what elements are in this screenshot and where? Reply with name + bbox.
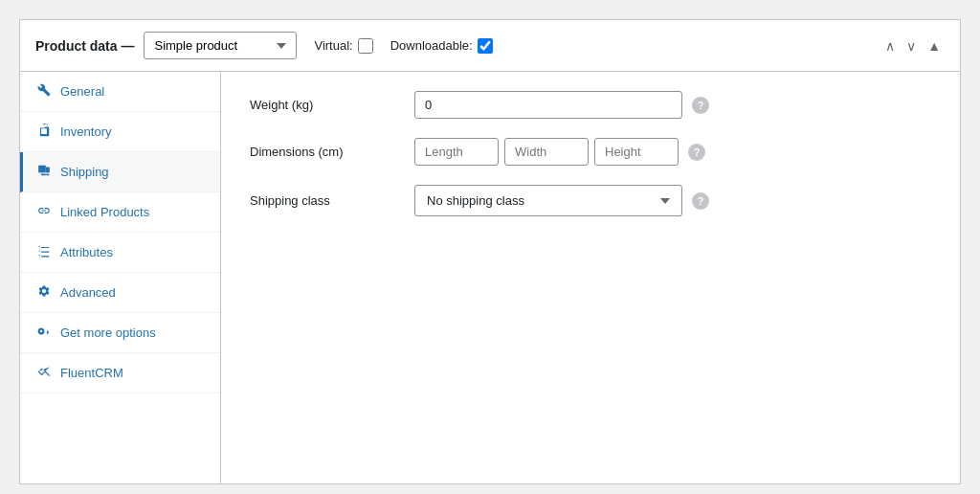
shipping-label: Shipping (60, 165, 109, 179)
weight-field: ? (414, 91, 709, 119)
svg-marker-1 (41, 174, 46, 176)
inventory-label: Inventory (60, 124, 111, 139)
height-input[interactable] (594, 138, 679, 166)
virtual-checkbox[interactable] (358, 38, 373, 54)
weight-input[interactable] (414, 91, 682, 119)
fluentcrm-label: FluentCRM (60, 366, 123, 380)
svg-rect-0 (38, 166, 46, 173)
svg-rect-3 (46, 168, 50, 173)
dimensions-field: ? (414, 138, 705, 166)
length-input[interactable] (414, 138, 499, 166)
dimensions-help-icon[interactable]: ? (688, 144, 705, 161)
weight-label: Weight (kg) (250, 98, 403, 112)
attributes-icon (35, 244, 53, 260)
checkbox-group: Virtual: Downloadable: (314, 38, 492, 54)
sidebar-item-advanced[interactable]: Advanced (20, 273, 220, 313)
linked-products-label: Linked Products (60, 205, 149, 219)
get-more-options-label: Get more options (60, 326, 156, 340)
arrow-expand-button[interactable]: ▲ (924, 35, 945, 56)
arrow-down-button[interactable]: ∨ (902, 35, 920, 56)
arrow-up-button[interactable]: ∧ (881, 35, 899, 56)
product-data-header: Product data — Simple product Virtual: D… (20, 20, 960, 72)
general-label: General (60, 84, 104, 99)
header-arrows: ∧ ∨ ▲ (881, 35, 945, 56)
sidebar-item-linked-products[interactable]: Linked Products (20, 192, 220, 233)
product-type-select[interactable]: Simple product (144, 32, 297, 59)
fluentcrm-icon (35, 365, 53, 381)
downloadable-label: Downloadable: (390, 38, 493, 54)
link-icon (35, 204, 53, 220)
shipping-class-row: Shipping class No shipping class ? (250, 185, 931, 216)
product-data-body: General Inventory Shipping Linked Produc… (20, 72, 960, 483)
dimension-inputs (414, 138, 679, 166)
svg-marker-2 (46, 174, 50, 176)
width-input[interactable] (504, 138, 589, 166)
get-more-icon (35, 325, 53, 341)
sidebar-item-get-more-options[interactable]: Get more options (20, 313, 220, 353)
advanced-icon (35, 284, 53, 301)
shipping-class-help-icon[interactable]: ? (692, 192, 709, 210)
inventory-icon (35, 124, 53, 140)
advanced-label: Advanced (60, 285, 116, 300)
wrench-icon (35, 83, 53, 100)
weight-row: Weight (kg) ? (250, 91, 931, 119)
sidebar-item-inventory[interactable]: Inventory (20, 112, 220, 152)
shipping-content: Weight (kg) ? Dimensions (cm) ? (221, 72, 960, 483)
sidebar-item-attributes[interactable]: Attributes (20, 233, 220, 273)
dimensions-label: Dimensions (cm) (250, 145, 403, 159)
dimensions-row: Dimensions (cm) ? (250, 138, 931, 166)
shipping-class-label: Shipping class (250, 193, 403, 208)
product-data-box: Product data — Simple product Virtual: D… (19, 19, 961, 484)
shipping-class-field: No shipping class ? (414, 185, 709, 216)
shipping-class-select[interactable]: No shipping class (414, 185, 682, 216)
sidebar-item-general[interactable]: General (20, 72, 220, 112)
sidebar: General Inventory Shipping Linked Produc… (20, 72, 221, 483)
weight-help-icon[interactable]: ? (692, 97, 709, 114)
sidebar-item-shipping[interactable]: Shipping (20, 152, 220, 192)
attributes-label: Attributes (60, 245, 113, 259)
virtual-label: Virtual: (314, 38, 372, 54)
sidebar-item-fluentcrm[interactable]: FluentCRM (20, 353, 220, 393)
product-data-title: Product data — (35, 38, 134, 54)
downloadable-checkbox[interactable] (478, 38, 493, 54)
shipping-icon (35, 164, 53, 180)
